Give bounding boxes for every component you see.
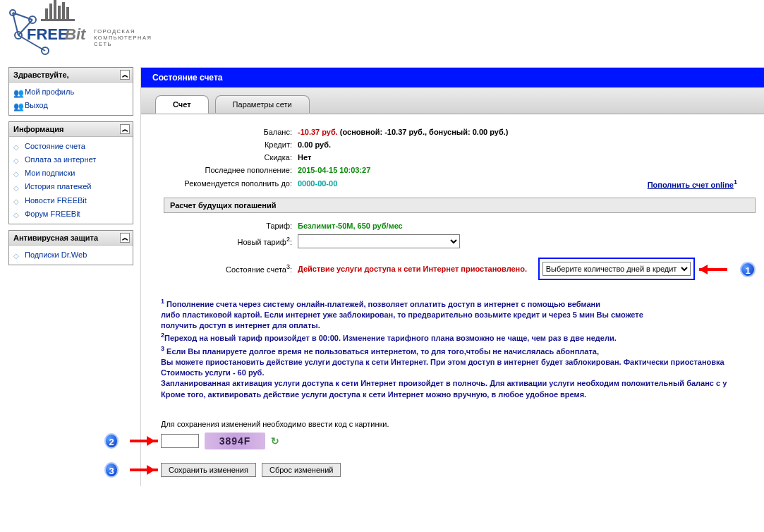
tabs-bar: Счет Параметры сети	[141, 87, 764, 114]
save-button[interactable]: Сохранить изменения	[161, 463, 256, 477]
sidebar-item-subscriptions[interactable]: Мои подписки	[25, 169, 75, 177]
diamond-icon	[13, 251, 23, 260]
diamond-icon	[13, 169, 23, 178]
diamond-icon	[13, 143, 23, 151]
discount-label: Скидка:	[161, 151, 295, 164]
svg-rect-3	[62, 2, 65, 19]
svg-rect-0	[49, 4, 52, 19]
credit-value: 0.00 руб.	[295, 138, 533, 151]
arrow-icon	[699, 266, 736, 273]
svg-line-13	[13, 13, 32, 20]
captcha-input[interactable]	[161, 434, 199, 448]
last-topup-label: Последнее пополнение:	[161, 164, 295, 176]
sidebar-item-news[interactable]: Новости FREEBit	[25, 196, 87, 205]
sidebar-item-payment[interactable]: Оплата за интернет	[25, 155, 96, 164]
diamond-icon	[13, 210, 23, 219]
credit-days-highlight: Выберите количество дней в кредит	[538, 258, 695, 280]
svg-rect-6	[41, 19, 75, 21]
annotation-badge-2: 2	[104, 433, 119, 449]
balance-extra: (основной: -10.37 руб., бонусный: 0.00 р…	[340, 128, 509, 136]
main-panel: Состояние счета Счет Параметры сети Бала…	[140, 67, 764, 486]
status-value: Действие услуги доступа к сети Интернет …	[298, 265, 527, 273]
status-label: Состояние счета3:	[161, 250, 295, 287]
sidebar-header-info: Информация ︽	[9, 122, 133, 137]
collapse-icon[interactable]: ︽	[120, 70, 130, 80]
annotation-badge-3: 3	[104, 462, 119, 478]
sidebar-header-greeting: Здравствуйте, ︽	[9, 68, 133, 83]
collapse-icon[interactable]: ︽	[120, 233, 130, 243]
footnote-1: 1	[734, 179, 737, 186]
logo-area: FREE Bit ГОРОДСКАЯ КОМПЬЮТЕРНАЯ СЕТЬ	[0, 0, 764, 67]
account-info-table: Баланс: -10.37 руб. (основной: -10.37 ру…	[161, 126, 758, 287]
diamond-icon	[13, 197, 23, 205]
diamond-icon	[13, 156, 23, 164]
tab-account[interactable]: Счет	[155, 95, 209, 114]
svg-rect-1	[54, 0, 56, 19]
arrow-icon	[121, 466, 155, 473]
footnotes: 1 Пополнение счета через систему онлайн-…	[161, 297, 758, 400]
tab-network-params[interactable]: Параметры сети	[215, 95, 310, 113]
svg-rect-4	[66, 7, 69, 19]
freebit-logo: FREE Bit	[6, 0, 89, 61]
reset-button[interactable]: Сброс изменений	[262, 463, 341, 477]
sidebar-item-history[interactable]: История платежей	[25, 182, 92, 191]
svg-text:Bit: Bit	[65, 25, 87, 43]
tariff-value: Безлимит-50М, 650 руб/мес	[295, 219, 533, 232]
topup-online-link[interactable]: Пополнить счет online	[648, 181, 734, 189]
credit-label: Кредит:	[161, 138, 295, 151]
balance-value: -10.37 руб.	[298, 128, 338, 136]
person-icon: 👥	[13, 102, 23, 110]
sidebar-item-forum[interactable]: Форум FREEBit	[25, 210, 80, 218]
annotation-badge-1: 1	[740, 262, 756, 277]
sidebar-block-info: Информация ︽ Состояние счета Оплата за и…	[8, 121, 133, 224]
recommend-value: 0000-00-00	[298, 179, 337, 188]
sidebar-header-antivirus: Антивирусная защита ︽	[9, 231, 133, 246]
logo-subtitle: ГОРОДСКАЯ КОМПЬЮТЕРНАЯ СЕТЬ	[94, 28, 152, 47]
sidebar-item-account-status[interactable]: Состояние счета	[25, 142, 85, 150]
svg-line-14	[13, 13, 18, 35]
person-icon: 👥	[13, 88, 23, 97]
sidebar-item-logout[interactable]: Выход	[25, 101, 48, 109]
page-title: Состояние счета	[141, 68, 764, 87]
diamond-icon	[13, 183, 23, 192]
tariff-label: Тариф:	[161, 219, 295, 232]
last-topup-value: 2015-04-15 10:03:27	[295, 164, 533, 176]
sidebar: Здравствуйте, ︽ 👥Мой профиль 👥Выход Инфо…	[8, 67, 133, 271]
refresh-icon[interactable]: ↻	[271, 435, 279, 447]
balance-label: Баланс:	[161, 126, 295, 138]
discount-value: Нет	[295, 151, 533, 164]
credit-days-select[interactable]: Выберите количество дней в кредит	[542, 262, 691, 276]
new-tariff-label: Новый тариф2:	[161, 232, 295, 250]
sidebar-block-greeting: Здравствуйте, ︽ 👥Мой профиль 👥Выход	[8, 67, 133, 116]
svg-rect-2	[58, 6, 61, 19]
recommend-label: Рекомендуется пополнить до:	[161, 176, 295, 191]
sidebar-block-antivirus: Антивирусная защита ︽ Подписки Dr.Web	[8, 230, 133, 265]
svg-rect-5	[45, 8, 48, 19]
sidebar-item-profile[interactable]: Мой профиль	[25, 87, 74, 96]
captcha-image: 3894F	[205, 433, 265, 449]
new-tariff-select[interactable]	[298, 234, 460, 248]
collapse-icon[interactable]: ︽	[120, 124, 130, 134]
arrow-icon	[121, 437, 155, 445]
calc-header: Расчет будущих погашений	[164, 198, 756, 213]
svg-text:FREE: FREE	[27, 25, 68, 43]
sidebar-item-drweb[interactable]: Подписки Dr.Web	[25, 250, 87, 259]
captcha-label: Для сохранения изменений необходимо ввес…	[161, 420, 758, 428]
